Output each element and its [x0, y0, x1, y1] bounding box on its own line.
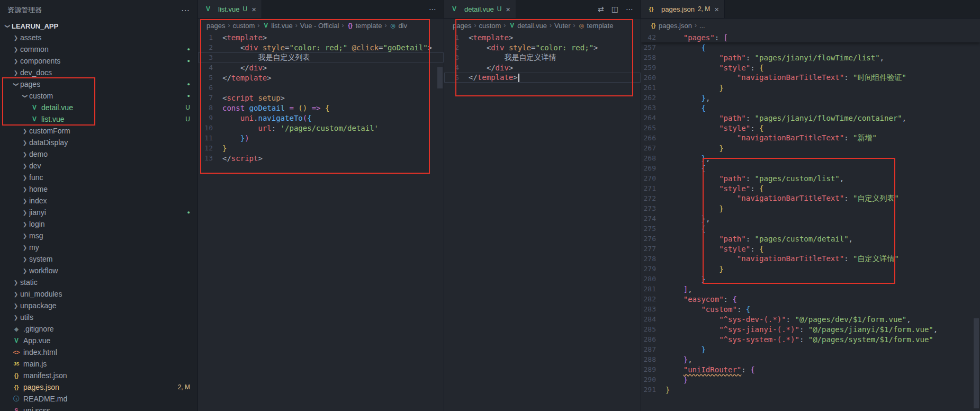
- token: [222, 124, 258, 132]
- breadcrumb-item-template[interactable]: {}template: [347, 22, 382, 30]
- tree-item-utils[interactable]: ❯utils: [0, 311, 197, 323]
- tree-item-demo[interactable]: ❯demo: [0, 148, 197, 160]
- token: </: [222, 74, 231, 82]
- tree-item-workflow[interactable]: ❯workflow: [0, 265, 197, 276]
- breadcrumb-item-pages.json[interactable]: {}pages.json: [650, 22, 692, 30]
- tree-item-manifest.json[interactable]: {}manifest.json: [0, 370, 197, 381]
- tree-item-assets[interactable]: ❯assets: [0, 32, 197, 43]
- token: ,: [706, 94, 710, 102]
- breadcrumb-item-template[interactable]: ◎template: [578, 22, 614, 30]
- breadcrumb-item-custom[interactable]: custom: [479, 22, 501, 30]
- tree-item-common[interactable]: ❯common●: [0, 43, 197, 55]
- tab-list.vue[interactable]: Vlist.vueU×: [198, 0, 262, 18]
- tree-item-custom[interactable]: ❯custom●: [0, 90, 197, 102]
- tree-item-login[interactable]: ❯login: [0, 218, 197, 230]
- tree-item-main.js[interactable]: JSmain.js: [0, 358, 197, 370]
- tree-item-uni_modules[interactable]: ❯uni_modules: [0, 288, 197, 300]
- line-content: "custom": {: [666, 305, 750, 314]
- compare-changes-icon[interactable]: ⇄: [598, 5, 604, 13]
- more-actions-icon[interactable]: ⋯: [181, 5, 190, 15]
- tree-item-uni.scss[interactable]: Suni.scss: [0, 405, 197, 411]
- code-line-3: 3 我是自定义详情: [444, 52, 641, 62]
- token: div: [249, 64, 263, 72]
- token: [258, 43, 262, 52]
- tree-item-App.vue[interactable]: VApp.vue: [0, 335, 197, 346]
- tab-detail.vue[interactable]: Vdetail.vueU×: [444, 0, 516, 18]
- tree-item-index.html[interactable]: <>index.html: [0, 346, 197, 358]
- tree-item-list.vue[interactable]: Vlist.vueU: [0, 113, 197, 125]
- code-editor[interactable]: 1<template>2 <div style="color: red;" @c…: [198, 32, 444, 411]
- code-editor[interactable]: 1<template>2 <div style="color: red;">3 …: [444, 32, 641, 411]
- tree-root-learun-app[interactable]: ❯ LEARUN_APP: [0, 20, 197, 32]
- breadcrumb-item-Vue---Official[interactable]: Vue - Official: [300, 22, 339, 30]
- tree-item-unpackage[interactable]: ❯unpackage: [0, 300, 197, 311]
- code-line-2: 2 <div style="color: red;">: [444, 42, 641, 52]
- close-icon[interactable]: ×: [506, 5, 510, 14]
- tree-item-index[interactable]: ❯index: [0, 195, 197, 207]
- editor-layout-icon[interactable]: ◫: [612, 5, 618, 13]
- token: {: [701, 104, 705, 112]
- line-number: 269: [641, 164, 666, 172]
- tree-item-dev_docs[interactable]: ❯dev_docs: [0, 67, 197, 78]
- chevron-right-icon: ❯: [21, 140, 29, 146]
- breadcrumb: {}pages.json›...: [641, 19, 980, 32]
- explorer-title: 资源管理器: [7, 5, 181, 15]
- tree-item-system[interactable]: ❯system: [0, 253, 197, 265]
- tree-item-func[interactable]: ❯func: [0, 172, 197, 183]
- token: "pages": [684, 33, 715, 42]
- tree-item-components[interactable]: ❯components●: [0, 55, 197, 67]
- line-content: "navigationBarTitleText": "时间组件验证": [666, 73, 906, 83]
- tree-item-detail.vue[interactable]: Vdetail.vueU: [0, 102, 197, 113]
- breadcrumb-item-list.vue[interactable]: Vlist.vue: [262, 22, 292, 30]
- tree-item-dev[interactable]: ❯dev: [0, 160, 197, 172]
- code-editor[interactable]: 42 "pages": [257 {258 "path": "pages/jia…: [641, 32, 980, 411]
- json-braces-icon: {}: [12, 372, 21, 379]
- code-line-264: 264 "path": "pages/jianyi/flowTime/conta…: [641, 113, 980, 123]
- close-icon[interactable]: ×: [714, 5, 719, 14]
- vue-icon: V: [508, 22, 516, 29]
- close-icon[interactable]: ×: [251, 5, 256, 14]
- tree-item-pages.json[interactable]: {}pages.json2, M: [0, 381, 197, 393]
- line-number: 4: [198, 64, 222, 72]
- tree-item-jianyi[interactable]: ❯jianyi●: [0, 207, 197, 218]
- tree-item-README.md[interactable]: ⓘREADME.md: [0, 393, 197, 405]
- code-line-4: 4 </div>: [444, 62, 641, 73]
- tree-item-dataDisplay[interactable]: ❯dataDisplay: [0, 137, 197, 148]
- token: {: [759, 245, 763, 253]
- line-content: </template>: [469, 73, 519, 82]
- tree-item-msg[interactable]: ❯msg: [0, 230, 197, 242]
- tree-item-static[interactable]: ❯static: [0, 276, 197, 288]
- tree-item-my[interactable]: ❯my: [0, 242, 197, 253]
- git-status-badge: U: [185, 104, 190, 111]
- line-number: 258: [641, 53, 666, 61]
- modified-dot-badge: ●: [187, 82, 190, 87]
- breadcrumb-item-pages[interactable]: pages: [206, 22, 225, 30]
- tree-item-.gitignore[interactable]: ◆.gitignore: [0, 323, 197, 335]
- tree-item-pages[interactable]: ❯pages●: [0, 78, 197, 90]
- tab-pages.json[interactable]: {}pages.json2, M×: [641, 0, 725, 18]
- more-actions-icon[interactable]: ⋯: [429, 5, 436, 13]
- token: [666, 114, 719, 122]
- breadcrumb-item-custom[interactable]: custom: [232, 22, 255, 30]
- code-line-276: 276 "path": "pages/custom/detail",: [641, 234, 980, 244]
- breadcrumb-item-...[interactable]: ...: [699, 22, 705, 30]
- breadcrumb-item-detail.vue[interactable]: Vdetail.vue: [508, 22, 547, 30]
- token: }: [719, 265, 723, 273]
- breadcrumb-item-pages[interactable]: pages: [453, 22, 471, 30]
- tree-item-home[interactable]: ❯home: [0, 183, 197, 195]
- breadcrumb-item-div[interactable]: ◎div: [389, 22, 407, 30]
- scrollbar-thumb[interactable]: [974, 318, 979, 408]
- tree-item-customForm[interactable]: ❯customForm: [0, 125, 197, 137]
- chevron-right-icon: ❯: [21, 268, 29, 274]
- editor-pane-detail-vue: Vdetail.vueU×⇄◫⋯pages›custom›Vdetail.vue…: [444, 0, 641, 411]
- breadcrumb: pages›custom›Vlist.vue›Vue - Official›{}…: [198, 19, 444, 32]
- token: [666, 124, 719, 132]
- breadcrumb: pages›custom›Vdetail.vue›Vuter›◎template: [444, 19, 641, 32]
- token: [666, 235, 719, 243]
- token: :: [799, 325, 808, 334]
- more-actions-icon[interactable]: ⋯: [626, 5, 633, 13]
- line-content: const goDetail = () => {: [222, 104, 329, 112]
- breadcrumb-item-Vuter[interactable]: Vuter: [554, 22, 571, 30]
- token: "@/pages/dev/$1/form.vue": [795, 315, 906, 324]
- scrollbar-thumb[interactable]: [437, 67, 443, 88]
